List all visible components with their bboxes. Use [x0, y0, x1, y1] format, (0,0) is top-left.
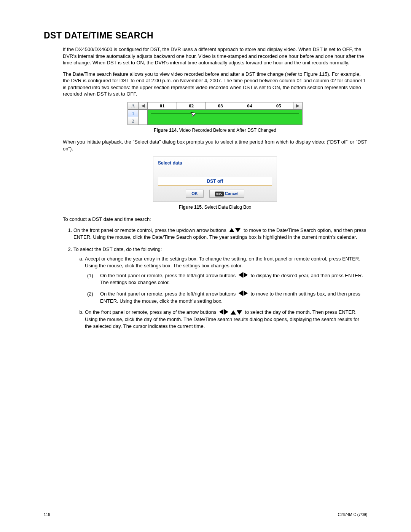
- row-label-2: 2: [128, 117, 139, 125]
- scroll-left-icon[interactable]: ◀: [139, 102, 148, 109]
- intro-para-1: If the DX4500/DX4600 is configured for D…: [63, 46, 367, 66]
- step-2a-2: (2) On the front panel or remote, press …: [100, 291, 367, 304]
- ok-button[interactable]: OK: [186, 190, 204, 198]
- figure-115-caption: Figure 115. Select Data Dialog Box: [63, 204, 367, 210]
- all-arrows-icon: [219, 309, 242, 316]
- row-label-1: 1: [128, 109, 139, 117]
- esc-badge: ESC: [215, 192, 223, 197]
- col-02: 02: [177, 102, 206, 109]
- col-03: 03: [206, 102, 235, 109]
- col-04: 04: [235, 102, 264, 109]
- step-2a: Accept or change the year entry in the s…: [85, 256, 367, 304]
- dst-field[interactable]: DST off: [158, 177, 272, 186]
- steps-lead-in: To conduct a DST date and time search:: [63, 216, 367, 223]
- col-01: 01: [148, 102, 177, 109]
- figure-114-timeline: A ◀ 01 02 03 04 05 ▶ 1 ➤ 2: [127, 102, 303, 125]
- cancel-button[interactable]: ESCCancel: [209, 190, 244, 198]
- select-data-dialog: Select data DST off OK ESCCancel: [153, 157, 277, 202]
- step-2b: On the front panel or remote, press any …: [85, 309, 367, 329]
- figure-114-caption: Figure 114. Video Recorded Before and Af…: [63, 127, 367, 133]
- doc-id: C2674M-C (7/09): [338, 513, 367, 517]
- row2-pre: [139, 117, 148, 125]
- row-label-A: A: [128, 102, 139, 109]
- step-1: On the front panel or remote control, pr…: [73, 227, 367, 241]
- col-05: 05: [264, 102, 293, 109]
- row1-pre: [139, 109, 148, 117]
- step-2a-1: (1) On the front panel or remote, press …: [100, 272, 367, 286]
- scroll-right-icon[interactable]: ▶: [293, 102, 302, 109]
- row2-video-bar: [148, 117, 303, 125]
- up-down-arrows-icon: [229, 227, 241, 234]
- row1-video-bar: ➤: [148, 109, 303, 117]
- intro-para-2: The Date/Time search feature allows you …: [63, 71, 367, 97]
- dialog-title: Select data: [158, 160, 272, 166]
- para-3: When you initiate playback, the "Select …: [63, 139, 367, 152]
- page-number: 116: [44, 513, 50, 517]
- left-right-arrows-icon: [238, 272, 248, 280]
- page-heading: DST DATE/TIME SEARCH: [44, 30, 367, 41]
- step-2: To select the DST date, do the following…: [73, 246, 367, 329]
- left-right-arrows-icon: [238, 291, 248, 298]
